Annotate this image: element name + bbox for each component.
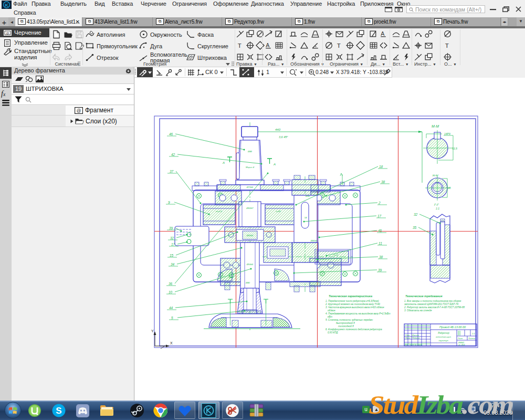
svg-text:Изм. Лист № докум.: Изм. Лист № докум. [405, 344, 423, 346]
svg-text:быстроходной 8: быстроходной 8 [336, 321, 355, 324]
svg-text:36: 36 [169, 282, 173, 286]
svg-text:@: @ [77, 108, 81, 113]
svg-text:Y: Y [151, 329, 154, 333]
svg-text:М-М: М-М [432, 124, 439, 128]
svg-text:14: 14 [304, 216, 307, 219]
svg-text:Ø80H7: Ø80H7 [246, 207, 254, 209]
svg-text:45: 45 [378, 229, 382, 233]
svg-text:39: 39 [378, 268, 382, 272]
svg-text:коническо-цил.: коническо-цил. [436, 335, 451, 338]
svg-text:Пров.: Пров. [405, 337, 411, 339]
svg-text:53,5: 53,5 [452, 147, 457, 150]
svg-text:Ø45: Ø45 [228, 276, 234, 279]
svg-text:Н-Н: Н-Н [433, 174, 438, 177]
svg-text:Ø40: Ø40 [245, 281, 250, 284]
svg-text:Технические требования: Технические требования [405, 295, 443, 298]
svg-text:A: A [266, 42, 270, 48]
svg-text:Ø70k6: Ø70k6 [246, 186, 254, 188]
svg-text:гр. 413: гр. 413 [458, 344, 465, 346]
svg-text:Ø65k6: Ø65k6 [246, 234, 254, 237]
svg-text:Ø35: Ø35 [305, 195, 310, 197]
svg-text:4. Передаваемая мощность на вы: 4. Передаваемая мощность на выходном вал… [326, 312, 391, 315]
svg-text:A: A [222, 161, 225, 164]
svg-text:m=2,5: m=2,5 [216, 210, 222, 213]
svg-text:Техническая характеристика: Техническая характеристика [329, 295, 372, 298]
svg-text:9: 9 [168, 201, 170, 204]
svg-text:тихоходной 8: тихоходной 8 [338, 324, 354, 328]
svg-text:17: 17 [377, 214, 382, 218]
svg-text:14P9: 14P9 [444, 132, 450, 135]
svg-text:18: 18 [379, 165, 383, 169]
svg-text:42: 42 [171, 153, 175, 156]
svg-text:15: 15 [170, 254, 174, 257]
svg-text:32: 32 [170, 236, 174, 240]
svg-text:35: 35 [413, 226, 417, 229]
svg-text:@: @ [6, 32, 9, 35]
svg-text:1. Передаточное число редуктор: 1. Передаточное число редуктора u=6,3(5e… [326, 300, 379, 302]
svg-text:Ø55k6: Ø55k6 [246, 263, 254, 266]
svg-text:6. Коэффициент полезного дейст: 6. Коэффициент полезного действия редукт… [326, 328, 382, 331]
svg-text:45: 45 [448, 186, 451, 190]
svg-text:Листов: Листов [468, 338, 475, 340]
svg-text:2. Крутящий момент на тихоходн: 2. Крутящий момент на тихоходном валу Т=… [325, 302, 380, 306]
svg-text:Г-Г: Г-Г [434, 203, 439, 206]
svg-text:44: 44 [169, 306, 173, 310]
svg-text:m=2: m=2 [334, 254, 339, 256]
svg-text:K: K [5, 3, 8, 8]
svg-text:3,6 45°: 3,6 45° [279, 135, 288, 139]
svg-text:A: A [273, 163, 276, 166]
svg-text:z=80: z=80 [275, 210, 281, 213]
svg-text:об/мин: об/мин [328, 309, 335, 312]
svg-text:X: X [170, 341, 173, 345]
svg-text:34: 34 [171, 262, 175, 266]
svg-text:кВт: кВт [328, 316, 332, 318]
svg-text:T: T [445, 42, 449, 49]
svg-text:38: 38 [379, 255, 383, 259]
svg-text:Ø40k6: Ø40k6 [310, 239, 318, 242]
svg-text:0,93 КПД: 0,93 КПД [328, 331, 338, 334]
svg-text:Лист: Лист [457, 338, 463, 340]
svg-text:10: 10 [169, 290, 173, 294]
svg-text:32: 32 [414, 213, 418, 216]
svg-text:5. Степень точности зубчатых п: 5. Степень точности зубчатых передач: [326, 319, 373, 321]
svg-text:3. Частота вращения выходного: 3. Частота вращения выходного вала n=63 … [326, 306, 384, 309]
svg-text:440: 440 [275, 128, 281, 131]
svg-text:A: A [381, 30, 385, 37]
svg-text:Mopce 4: Mopce 4 [246, 166, 255, 169]
svg-text:2: 2 [378, 201, 381, 205]
svg-text:Разр.: Разр. [405, 334, 411, 337]
svg-text:Ø48: Ø48 [247, 150, 253, 153]
svg-text:Иванов: Иванов [412, 334, 419, 337]
svg-text:46: 46 [169, 132, 173, 136]
svg-text:1. Все зазоры и полости подшип: 1. Все зазоры и полости подшипников при … [404, 300, 461, 302]
svg-text:2. Редуктор залить маслом И-Г-: 2. Редуктор залить маслом И-Г-А-68 ГОСТ … [404, 306, 465, 309]
svg-text:1:1: 1:1 [436, 207, 439, 210]
svg-text:Привод 4Б 13.00.00: Привод 4Б 13.00.00 [439, 326, 466, 329]
svg-text:заполнить смазкой ЦИАТИМ-201 Г: заполнить смазкой ЦИАТИМ-201 ГОСТ 6267-7… [404, 302, 458, 306]
svg-text:3. Обкатать на стенде: 3. Обкатать на стенде [404, 309, 432, 312]
svg-text:двухступ.: двухступ. [438, 339, 449, 342]
svg-text:37: 37 [170, 170, 174, 173]
svg-text:Петров: Петров [412, 337, 419, 339]
svg-text:17: 17 [171, 243, 175, 246]
svg-text:T: T [337, 42, 341, 49]
svg-text:T: T [238, 42, 242, 49]
svg-text:11: 11 [379, 242, 382, 245]
svg-text:39: 39 [169, 226, 173, 230]
svg-text:S: S [56, 406, 61, 416]
svg-text:38: 38 [381, 180, 385, 184]
svg-text:5: 5 [171, 316, 173, 320]
svg-text:1:1: 1:1 [472, 332, 475, 335]
svg-text:Редуктор: Редуктор [438, 332, 449, 334]
